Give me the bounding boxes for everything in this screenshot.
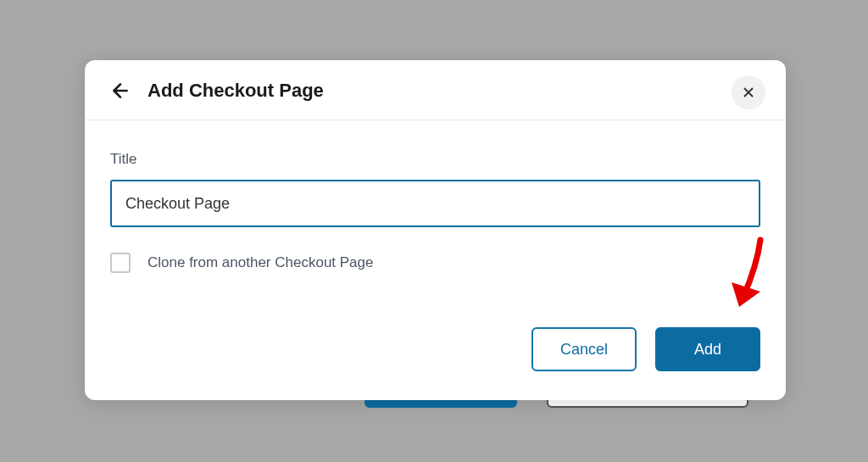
modal-title: Add Checkout Page — [147, 80, 324, 102]
close-button[interactable] — [732, 75, 765, 109]
add-button[interactable]: Add — [655, 327, 760, 371]
modal-footer: Cancel Add — [85, 327, 786, 400]
cancel-button-label: Cancel — [560, 341, 608, 359]
clone-label: Clone from another Checkout Page — [147, 254, 374, 271]
add-checkout-page-modal: Add Checkout Page Title Clone from anoth… — [85, 60, 786, 400]
close-icon — [741, 85, 756, 100]
title-input[interactable] — [110, 180, 760, 227]
back-arrow-button[interactable] — [108, 79, 132, 103]
clone-row: Clone from another Checkout Page — [110, 253, 760, 273]
title-label: Title — [110, 151, 760, 168]
modal-body: Title Clone from another Checkout Page — [85, 120, 786, 297]
arrow-left-icon — [109, 80, 131, 102]
add-button-label: Add — [694, 341, 721, 359]
clone-checkbox[interactable] — [110, 253, 131, 273]
modal-header: Add Checkout Page — [85, 60, 786, 120]
cancel-button[interactable]: Cancel — [531, 327, 637, 371]
